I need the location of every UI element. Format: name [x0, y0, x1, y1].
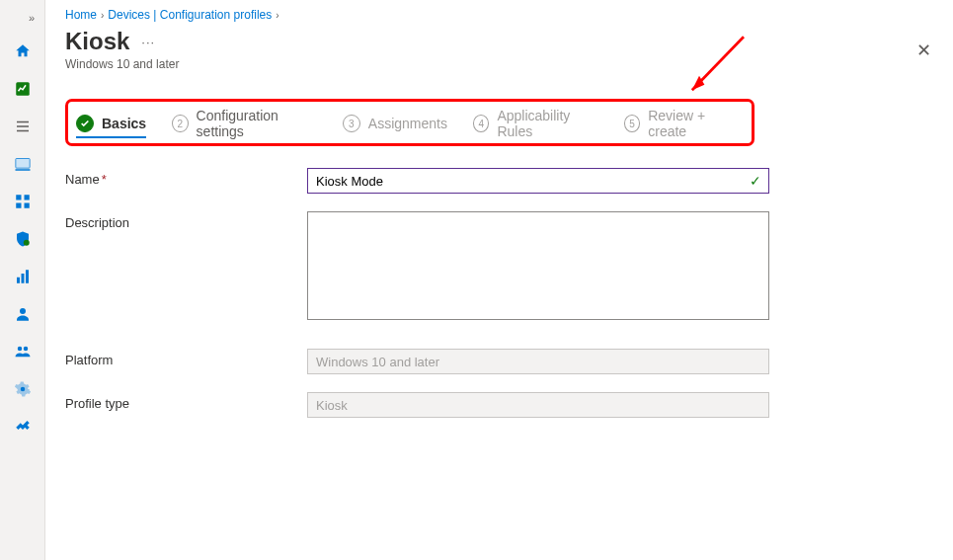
svg-rect-6 — [16, 203, 21, 208]
svg-rect-9 — [17, 278, 20, 283]
svg-point-12 — [20, 308, 26, 314]
breadcrumb-home[interactable]: Home — [65, 8, 97, 22]
home-icon — [14, 42, 32, 60]
step-label: Review + create — [648, 108, 738, 139]
sidebar: » — [0, 0, 45, 560]
description-label: Description — [65, 211, 307, 230]
checkmark-icon: ✓ — [750, 173, 761, 189]
svg-rect-10 — [21, 274, 24, 283]
step-basics[interactable]: Basics — [76, 115, 146, 138]
basics-form: Name* ✓ Description Platform Windows 10 … — [65, 168, 933, 418]
step-review[interactable]: 5 Review + create — [624, 108, 738, 139]
endpoint-security-icon — [14, 230, 32, 248]
all-services-icon — [14, 118, 32, 135]
svg-rect-11 — [26, 270, 29, 283]
nav-users[interactable] — [0, 298, 45, 330]
users-icon — [14, 305, 32, 323]
step-label: Assignments — [368, 116, 447, 131]
nav-home[interactable] — [0, 36, 45, 67]
check-icon — [76, 115, 94, 132]
step-number: 2 — [172, 115, 188, 132]
svg-point-13 — [17, 347, 22, 352]
step-number: 4 — [473, 115, 489, 132]
profile-type-label: Profile type — [65, 392, 307, 411]
nav-devices[interactable] — [0, 148, 45, 180]
expand-sidebar-button[interactable]: » — [0, 6, 44, 30]
platform-label: Platform — [65, 349, 307, 367]
nav-troubleshoot[interactable] — [0, 411, 45, 442]
svg-rect-2 — [16, 159, 30, 168]
platform-value: Windows 10 and later — [307, 349, 769, 374]
nav-groups[interactable] — [0, 336, 45, 367]
close-button[interactable]: ✕ — [916, 40, 931, 61]
troubleshooting-icon — [14, 418, 32, 436]
chevron-right-icon: › — [101, 10, 104, 21]
profile-type-value: Kiosk — [307, 392, 769, 418]
breadcrumb: Home › Devices | Configuration profiles … — [65, 8, 933, 22]
nav-endpoint-security[interactable] — [0, 223, 45, 255]
chevron-right-icon: › — [276, 10, 278, 21]
step-label: Configuration settings — [197, 108, 317, 139]
svg-marker-17 — [692, 76, 705, 90]
more-actions-button[interactable]: ··· — [141, 35, 155, 49]
step-label: Basics — [102, 116, 146, 131]
description-input[interactable] — [307, 211, 769, 320]
svg-rect-5 — [24, 195, 29, 200]
step-number: 5 — [624, 115, 640, 132]
step-configuration[interactable]: 2 Configuration settings — [172, 108, 317, 139]
step-number: 3 — [343, 115, 360, 132]
svg-point-8 — [23, 240, 29, 246]
name-input[interactable] — [307, 168, 769, 194]
step-assignments[interactable]: 3 Assignments — [343, 115, 447, 132]
page-title: Kiosk — [65, 28, 129, 55]
main-content: Home › Devices | Configuration profiles … — [45, 0, 953, 560]
nav-tenant-admin[interactable] — [0, 373, 45, 405]
tenant-admin-icon — [14, 380, 32, 398]
step-label: Applicability Rules — [497, 108, 597, 139]
nav-reports[interactable] — [0, 261, 45, 292]
name-label: Name* — [65, 168, 307, 187]
groups-icon — [14, 343, 32, 360]
nav-all-services[interactable] — [0, 111, 45, 142]
nav-apps[interactable] — [0, 186, 45, 217]
dashboard-icon — [14, 80, 32, 98]
page-subtitle: Windows 10 and later — [65, 57, 933, 71]
apps-icon — [14, 193, 32, 210]
breadcrumb-devices[interactable]: Devices | Configuration profiles — [108, 8, 272, 22]
svg-rect-4 — [16, 195, 21, 200]
required-indicator: * — [102, 172, 107, 187]
step-applicability[interactable]: 4 Applicability Rules — [473, 108, 598, 139]
svg-rect-7 — [24, 203, 29, 208]
nav-dashboard[interactable] — [0, 73, 45, 105]
reports-icon — [14, 268, 32, 285]
svg-point-14 — [23, 347, 28, 352]
devices-icon — [14, 155, 32, 173]
wizard-stepper: Basics 2 Configuration settings 3 Assign… — [65, 99, 754, 146]
